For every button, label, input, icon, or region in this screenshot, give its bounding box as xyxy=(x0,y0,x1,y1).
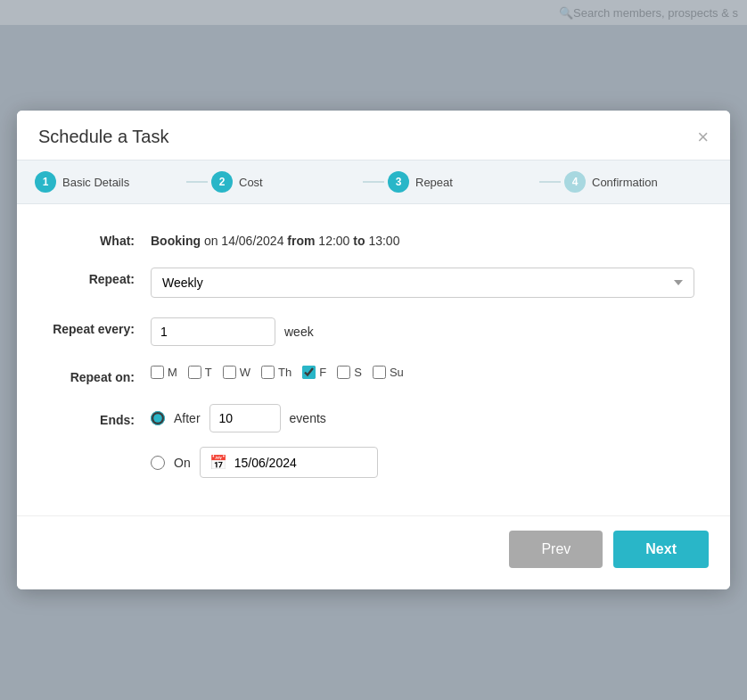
modal-title: Schedule a Task xyxy=(38,127,168,147)
day-label-T: T xyxy=(205,366,212,379)
repeat-select[interactable]: Weekly Daily Monthly Yearly xyxy=(151,268,694,298)
ends-after-radio[interactable] xyxy=(151,411,165,425)
modal-header: Schedule a Task × xyxy=(17,111,730,160)
repeat-on-row: Repeat on: M T W xyxy=(53,366,694,384)
step-2-circle: 2 xyxy=(211,171,233,193)
ends-after-row: After events xyxy=(151,404,694,432)
close-button[interactable]: × xyxy=(697,128,709,147)
step-2[interactable]: 2 Cost xyxy=(211,171,359,193)
step-1-label: Basic Details xyxy=(62,176,129,189)
what-label: What: xyxy=(53,229,151,248)
what-from-label: from xyxy=(287,234,315,248)
day-label-M: M xyxy=(168,366,177,379)
modal-body: What: Booking on 14/06/2024 from 12:00 t… xyxy=(17,204,730,515)
day-checkbox-Su[interactable]: Su xyxy=(373,366,404,379)
schedule-task-modal: Schedule a Task × 1 Basic Details 2 Cost xyxy=(17,111,730,589)
what-row: What: Booking on 14/06/2024 from 12:00 t… xyxy=(53,229,694,248)
repeat-every-input[interactable] xyxy=(151,317,275,346)
checkbox-F[interactable] xyxy=(302,366,316,379)
step-3-label: Repeat xyxy=(415,176,453,189)
on-label: On xyxy=(174,456,191,470)
repeat-on-label: Repeat on: xyxy=(53,366,151,384)
modal-overlay: Schedule a Task × 1 Basic Details 2 Cost xyxy=(0,0,747,700)
repeat-every-value: week xyxy=(151,317,694,346)
repeat-row: Repeat: Weekly Daily Monthly Yearly xyxy=(53,268,694,298)
day-label-S: S xyxy=(354,366,362,379)
events-label: events xyxy=(290,411,326,425)
checkbox-S[interactable] xyxy=(337,366,350,379)
day-checkbox-M[interactable]: M xyxy=(151,366,177,379)
ends-after-input[interactable] xyxy=(209,404,281,432)
what-on-text: on xyxy=(204,234,218,248)
repeat-every-unit: week xyxy=(284,325,314,339)
checkbox-T[interactable] xyxy=(188,366,201,379)
checkbox-Su[interactable] xyxy=(373,366,386,379)
what-date: 14/06/2024 xyxy=(221,234,283,248)
date-input-wrapper[interactable]: 📅 xyxy=(200,447,378,478)
step-1[interactable]: 1 Basic Details xyxy=(35,171,183,193)
step-4[interactable]: 4 Confirmation xyxy=(564,171,712,193)
checkbox-Th[interactable] xyxy=(261,366,275,379)
repeat-label: Repeat: xyxy=(53,268,151,286)
ends-label: Ends: xyxy=(53,404,151,427)
day-checkbox-W[interactable]: W xyxy=(223,366,250,379)
day-checkbox-S[interactable]: S xyxy=(337,366,362,379)
what-booking: Booking xyxy=(151,234,201,248)
day-label-Th: Th xyxy=(278,366,291,379)
repeat-value: Weekly Daily Monthly Yearly xyxy=(151,268,694,298)
prev-button[interactable]: Prev xyxy=(509,531,603,568)
day-label-W: W xyxy=(240,366,250,379)
what-to-label: to xyxy=(353,234,365,248)
step-4-label: Confirmation xyxy=(592,176,658,189)
ends-options: After events On 📅 xyxy=(151,404,694,478)
what-value: Booking on 14/06/2024 from 12:00 to 13:0… xyxy=(151,229,694,248)
ends-on-radio[interactable] xyxy=(151,456,165,470)
next-button[interactable]: Next xyxy=(613,531,709,568)
what-from-time: 12:00 xyxy=(318,234,349,248)
calendar-icon: 📅 xyxy=(209,454,227,471)
step-4-circle: 4 xyxy=(564,171,586,193)
day-checkbox-Th[interactable]: Th xyxy=(261,366,291,379)
step-separator-1 xyxy=(186,181,208,183)
repeat-every-row: Repeat every: week xyxy=(53,317,694,346)
step-3[interactable]: 3 Repeat xyxy=(388,171,536,193)
step-separator-2 xyxy=(363,181,384,183)
day-checkbox-T[interactable]: T xyxy=(188,366,212,379)
repeat-on-days: M T W Th xyxy=(151,366,694,379)
day-checkbox-F[interactable]: F xyxy=(302,366,326,379)
step-1-circle: 1 xyxy=(35,171,56,193)
day-label-F: F xyxy=(319,366,326,379)
step-separator-3 xyxy=(539,181,561,183)
on-date-input[interactable] xyxy=(234,456,350,470)
after-label: After xyxy=(174,411,201,425)
steps-bar: 1 Basic Details 2 Cost 3 Repeat xyxy=(17,160,730,204)
what-to-time: 13:00 xyxy=(368,234,399,248)
checkbox-M[interactable] xyxy=(151,366,164,379)
day-label-Su: Su xyxy=(390,366,404,379)
repeat-every-label: Repeat every: xyxy=(53,317,151,336)
step-2-label: Cost xyxy=(239,176,263,189)
ends-on-row: On 📅 xyxy=(151,447,694,478)
ends-row: Ends: After events On xyxy=(53,404,694,478)
step-3-circle: 3 xyxy=(388,171,409,193)
modal-footer: Prev Next xyxy=(17,515,730,589)
checkbox-W[interactable] xyxy=(223,366,236,379)
